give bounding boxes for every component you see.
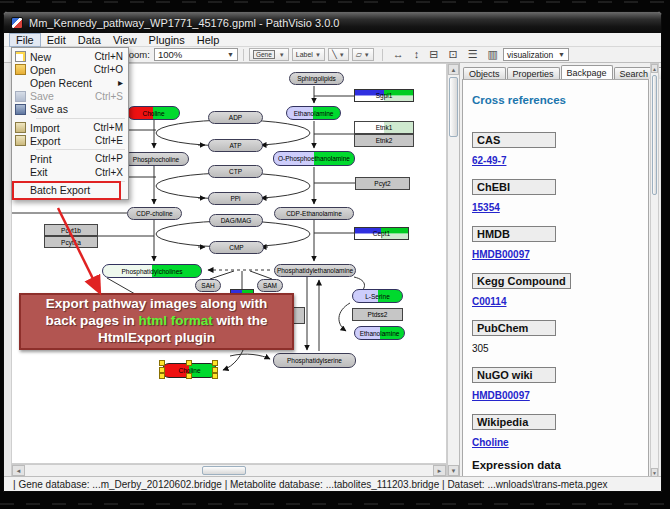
add-gene-button[interactable]: Gene ▼ [249, 48, 289, 61]
xref-value[interactable]: 62-49-7 [472, 155, 648, 166]
title-bar[interactable]: Mm_Kennedy_pathway_WP1771_45176.gpml - P… [4, 12, 661, 33]
node-etnk1[interactable]: Etnk1 [354, 121, 414, 134]
panel-vertical-scrollbar[interactable]: ▲ ▼ [650, 63, 659, 478]
node-label: CTP [229, 168, 242, 175]
node-ptdss2[interactable]: Ptdss2 [352, 308, 403, 321]
selection-handle[interactable] [159, 373, 165, 379]
window-title: Mm_Kennedy_pathway_WP1771_45176.gpml - P… [29, 17, 339, 29]
visualization-combobox[interactable]: visualization ▼ [503, 48, 569, 61]
common-height-icon[interactable]: ⊡ [449, 48, 458, 60]
xref-value[interactable]: HMDB00097 [472, 249, 648, 260]
node-label: Cept1 [373, 230, 390, 237]
menu-item-label: Open Recent [30, 77, 118, 89]
tab-properties[interactable]: Properties [507, 67, 560, 79]
menu-item-save[interactable]: SaveCtrl+S [12, 90, 128, 103]
scroll-right-icon[interactable]: ► [433, 465, 446, 476]
node-dag-mag[interactable]: DAG/MAG [209, 214, 263, 227]
selection-handle[interactable] [186, 360, 192, 366]
selection-handle[interactable] [212, 367, 218, 373]
menu-item-open[interactable]: OpenCtrl+O [12, 63, 128, 76]
common-width-icon[interactable]: ⊟ [429, 48, 438, 60]
node-phosphatidylcholines[interactable]: Phosphatidylcholines [102, 264, 202, 278]
menu-item-import[interactable]: ImportCtrl+M [12, 121, 128, 134]
selection-handle[interactable] [159, 367, 165, 373]
selection-handle[interactable] [186, 373, 192, 379]
node-label: Ptdss2 [368, 311, 388, 318]
menu-item-batch-export[interactable]: Batch Export [12, 184, 128, 197]
scroll-left-icon[interactable]: ◄ [12, 465, 25, 476]
node-phosphocholine[interactable]: Phosphocholine [123, 152, 189, 166]
node-sphingolipids[interactable]: Sphingolipids [289, 72, 344, 85]
menubar-item-edit[interactable]: Edit [41, 33, 72, 47]
node-choline-top[interactable]: Choline [127, 106, 180, 120]
menubar-item-view[interactable]: View [107, 33, 143, 47]
scroll-up-icon[interactable]: ▲ [448, 64, 459, 75]
tab-backpage[interactable]: Backpage [561, 65, 613, 79]
menu-item-open-recent[interactable]: Open Recent▸ [12, 76, 128, 89]
crossref-sections: CAS62-49-7ChEBI15354HMDBHMDB00097Kegg Co… [472, 130, 648, 448]
node-sah[interactable]: SAH [195, 279, 221, 292]
node-cept1[interactable]: Cept1 [354, 227, 409, 240]
menubar-item-plugins[interactable]: Plugins [143, 33, 191, 47]
stack-horizontal-icon[interactable]: ▥ [488, 48, 498, 60]
menubar-item-data[interactable]: Data [72, 33, 107, 47]
node-cmp[interactable]: CMP [209, 241, 264, 254]
node-label: L-Serine [365, 293, 390, 300]
xref-title: HMDB [472, 226, 556, 242]
shape-tool-icon: ▱ [356, 50, 362, 59]
menubar-item-help[interactable]: Help [191, 33, 226, 47]
node-cdp-choline[interactable]: CDP-choline [127, 207, 182, 220]
node-choline-selected[interactable]: Choline [162, 363, 217, 378]
menu-item-print[interactable]: PrintCtrl+P [12, 152, 128, 165]
node-l-serine[interactable]: L-Serine [352, 289, 403, 303]
scroll-up-icon[interactable]: ▲ [651, 64, 658, 73]
node-etnk2[interactable]: Etnk2 [354, 134, 414, 147]
export-icon [15, 135, 26, 146]
xref-value[interactable]: C00114 [472, 296, 648, 307]
stack-vertical-icon[interactable]: ☰ [468, 48, 478, 60]
xref-value[interactable]: 15354 [472, 202, 648, 213]
node-cdp-ethanolamine[interactable]: CDP-Ethanolamine [274, 207, 354, 220]
node-phosphatidylethanolamine[interactable]: Phosphatidylethanolamine [274, 264, 356, 277]
node-adp[interactable]: ADP [208, 111, 263, 124]
selection-handle[interactable] [212, 360, 218, 366]
scrollbar-thumb[interactable] [202, 466, 246, 475]
node-ethanolamine-bottom[interactable]: Ethanolamine [354, 326, 405, 340]
menu-item-save-as[interactable]: Save as [12, 103, 128, 116]
node-ethanolamine-top[interactable]: Ethanolamine [286, 106, 341, 120]
menu-item-export[interactable]: ExportCtrl+E [12, 134, 128, 147]
xref-value[interactable]: Choline [472, 437, 648, 448]
zoom-combobox[interactable]: 100% ▼ [154, 48, 238, 61]
shape-tool-button[interactable]: ▱ ▼ [352, 48, 374, 61]
node-sgpl1[interactable]: Sgpl1 [354, 89, 414, 102]
node-phosphatidylserine[interactable]: Phosphatidylserine [273, 353, 356, 368]
menubar-item-file[interactable]: File [9, 33, 41, 47]
align-center-x-icon[interactable]: ↔ [393, 48, 404, 60]
selection-handle[interactable] [159, 360, 165, 366]
node-ppi[interactable]: PPi [208, 192, 263, 205]
xref-value[interactable]: HMDB00097 [472, 390, 648, 401]
selection-handle[interactable] [212, 373, 218, 379]
menu-item-new[interactable]: NewCtrl+N [12, 50, 128, 63]
line-tool-button[interactable]: ╲ ▼ [328, 48, 349, 61]
node-pcyt1a[interactable]: Pcyt1a [44, 236, 98, 248]
align-center-y-icon[interactable]: ↕ [414, 48, 420, 60]
toolbar-separator [382, 49, 383, 61]
node-o-phosphoethanolamine[interactable]: O-Phosphoethanolamine [273, 151, 355, 166]
xref-wikipedia: WikipediaCholine [472, 412, 648, 448]
tab-objects[interactable]: Objects [463, 67, 506, 79]
node-sam[interactable]: SAM [257, 279, 283, 292]
scrollbar-thumb[interactable] [652, 75, 657, 195]
xref-title: CAS [472, 132, 556, 148]
add-label-button[interactable]: Label ▼ [292, 48, 325, 61]
node-ctp[interactable]: CTP [208, 165, 263, 178]
node-pcyt1b[interactable]: Pcyt1b [44, 224, 98, 236]
node-atp[interactable]: ATP [208, 139, 263, 152]
no-icon [15, 167, 26, 178]
node-pcyt2[interactable]: Pcyt2 [355, 177, 410, 190]
menu-separator [36, 118, 125, 119]
menu-item-exit[interactable]: ExitCtrl+X [12, 166, 128, 179]
tab-search[interactable]: Search [614, 67, 655, 79]
scrollbar-thumb[interactable] [449, 77, 458, 137]
scroll-down-icon[interactable]: ▼ [448, 465, 459, 476]
